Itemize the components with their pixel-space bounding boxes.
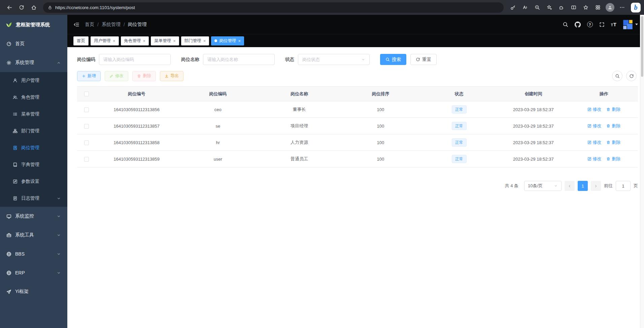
filter-form: 岗位编码 请输入岗位编码 岗位名称 请输入岗位名称 状态 bbox=[77, 54, 638, 65]
row-delete-link[interactable]: 删除 bbox=[606, 106, 620, 112]
scrollbar-thumb[interactable] bbox=[641, 16, 643, 77]
more-options-icon[interactable] bbox=[616, 2, 628, 13]
sidebar-item-system[interactable]: 系统管理 bbox=[0, 53, 67, 72]
zoom-icon[interactable] bbox=[531, 2, 543, 13]
row-checkbox[interactable] bbox=[84, 107, 89, 112]
edit-button[interactable]: 修改 bbox=[105, 71, 128, 81]
table-row[interactable]: 1641030593112313858 hr 人力资源 100 正常 2023-… bbox=[77, 134, 638, 151]
delete-button[interactable]: 删除 bbox=[132, 71, 156, 81]
export-button[interactable]: 导出 bbox=[160, 71, 183, 81]
export-button-label: 导出 bbox=[170, 73, 179, 79]
search-button[interactable]: 搜索 bbox=[380, 54, 406, 65]
cell-post-name: 普通员工 bbox=[259, 151, 340, 167]
sidebar-item-tools[interactable]: 系统工具 bbox=[0, 226, 67, 244]
sidebar-item-home[interactable]: 首页 bbox=[0, 34, 67, 53]
status-badge: 正常 bbox=[452, 138, 467, 146]
sidebar-item-roles[interactable]: 角色管理 bbox=[0, 89, 67, 106]
close-icon[interactable]: × bbox=[238, 39, 241, 43]
breadcrumb: 首页 / 系统管理 / 岗位管理 bbox=[85, 22, 147, 28]
table-row[interactable]: 1641030593112313856 ceo 董事长 100 正常 2023-… bbox=[77, 101, 638, 118]
home-button[interactable] bbox=[28, 2, 40, 13]
sidebar-item-users[interactable]: 用户管理 bbox=[0, 72, 67, 89]
sidebar-toggle-icon[interactable] bbox=[73, 22, 79, 28]
row-checkbox[interactable] bbox=[84, 140, 89, 145]
breadcrumb-system[interactable]: 系统管理 bbox=[102, 22, 121, 28]
user-avatar[interactable] bbox=[623, 20, 638, 30]
post-name-input[interactable]: 请输入岗位名称 bbox=[203, 54, 275, 65]
add-favorite-icon[interactable] bbox=[543, 2, 555, 13]
add-button[interactable]: 新增 bbox=[77, 71, 101, 81]
pagination: 共 4 条 10条/页 ‹ 1 › 前往 页 bbox=[77, 181, 638, 191]
sidebar-item-dictionary[interactable]: 字典管理 bbox=[0, 156, 67, 173]
close-icon[interactable]: × bbox=[203, 39, 206, 43]
goto-page-input[interactable] bbox=[616, 181, 631, 191]
sidebar-item-yi-framework[interactable]: Yi框架 bbox=[0, 282, 67, 301]
tab-department-management[interactable]: 部门管理 × bbox=[181, 36, 209, 45]
page-size-select[interactable]: 10条/页 bbox=[524, 181, 562, 191]
status-select[interactable]: 岗位状态 bbox=[298, 54, 370, 65]
favorites-icon[interactable] bbox=[580, 2, 592, 13]
refresh-button[interactable] bbox=[15, 2, 28, 13]
read-aloud-icon[interactable] bbox=[519, 2, 531, 13]
placeholder-text: 请输入岗位名称 bbox=[207, 57, 238, 63]
split-screen-icon[interactable] bbox=[568, 2, 580, 13]
select-all-checkbox[interactable] bbox=[84, 92, 89, 96]
page-content: 岗位编码 请输入岗位编码 岗位名称 请输入岗位名称 状态 bbox=[67, 47, 644, 328]
extensions-icon[interactable] bbox=[555, 2, 568, 13]
tab-menu-management[interactable]: 菜单管理 × bbox=[151, 36, 179, 45]
close-icon[interactable]: × bbox=[143, 39, 146, 43]
row-edit-link[interactable]: 修改 bbox=[587, 139, 602, 145]
font-size-icon[interactable]: TT bbox=[611, 22, 616, 27]
back-button[interactable] bbox=[3, 2, 15, 13]
close-icon[interactable]: × bbox=[113, 39, 115, 43]
sidebar-item-parameters[interactable]: 参数设置 bbox=[0, 173, 67, 190]
next-page-button[interactable]: › bbox=[591, 181, 601, 191]
post-code-input[interactable]: 请输入岗位编码 bbox=[99, 54, 171, 65]
row-checkbox[interactable] bbox=[84, 124, 89, 129]
vertical-scrollbar[interactable] bbox=[640, 15, 644, 328]
profile-avatar[interactable] bbox=[604, 2, 616, 13]
globe-icon bbox=[6, 270, 11, 275]
help-icon[interactable]: ? bbox=[587, 22, 593, 27]
row-edit-link[interactable]: 修改 bbox=[587, 123, 602, 129]
reset-button[interactable]: 重置 bbox=[410, 54, 437, 65]
tab-home[interactable]: 首页 bbox=[73, 36, 89, 45]
password-key-icon[interactable] bbox=[507, 2, 519, 13]
row-delete-link[interactable]: 删除 bbox=[606, 139, 620, 145]
table-row[interactable]: 1641030593112313857 se 项目经理 100 正常 2023-… bbox=[77, 118, 638, 134]
sidebar-item-menus[interactable]: 菜单管理 bbox=[0, 106, 67, 123]
row-delete-link[interactable]: 删除 bbox=[606, 156, 620, 162]
row-delete-link[interactable]: 删除 bbox=[606, 123, 620, 129]
sidebar-item-departments[interactable]: 部门管理 bbox=[0, 123, 67, 139]
sidebar-item-logs[interactable]: 日志管理 bbox=[0, 190, 67, 207]
collections-icon[interactable] bbox=[592, 2, 604, 13]
sidebar: 意框架管理系统 首页 系统管理 用户管理 bbox=[0, 15, 67, 328]
site-permissions-icon[interactable] bbox=[48, 5, 52, 10]
sidebar-item-posts[interactable]: 岗位管理 bbox=[0, 139, 67, 156]
placeholder-text: 岗位状态 bbox=[302, 57, 320, 63]
prev-page-button[interactable]: ‹ bbox=[565, 181, 575, 191]
fullscreen-icon[interactable] bbox=[599, 22, 605, 27]
tab-post-management[interactable]: 岗位管理 × bbox=[211, 36, 244, 45]
row-edit-link[interactable]: 修改 bbox=[587, 156, 602, 162]
search-icon[interactable] bbox=[563, 22, 568, 27]
toggle-search-icon[interactable] bbox=[612, 71, 622, 81]
current-page-button[interactable]: 1 bbox=[578, 181, 588, 191]
app-logo[interactable]: 意框架管理系统 bbox=[0, 15, 67, 34]
github-icon[interactable] bbox=[575, 22, 581, 28]
close-icon[interactable]: × bbox=[173, 39, 176, 43]
sidebar-item-bbs[interactable]: BBS bbox=[0, 244, 67, 263]
table-row[interactable]: 1641030593112313859 user 普通员工 100 正常 202… bbox=[77, 151, 638, 167]
address-bar[interactable]: https://ccnetcore.com:1101/system/post bbox=[43, 2, 504, 13]
refresh-table-icon[interactable] bbox=[626, 71, 637, 81]
tab-role-management[interactable]: 角色管理 × bbox=[121, 36, 149, 45]
edit-button-label: 修改 bbox=[115, 73, 124, 79]
bing-discover-icon[interactable]: b bbox=[631, 3, 641, 12]
breadcrumb-home[interactable]: 首页 bbox=[85, 22, 94, 28]
row-checkbox[interactable] bbox=[84, 157, 89, 162]
sidebar-item-monitor[interactable]: 系统监控 bbox=[0, 207, 67, 226]
row-edit-link[interactable]: 修改 bbox=[587, 106, 602, 112]
page-size-value: 10条/页 bbox=[528, 183, 543, 189]
tab-user-management[interactable]: 用户管理 × bbox=[91, 36, 119, 45]
sidebar-item-erp[interactable]: ERP bbox=[0, 263, 67, 282]
